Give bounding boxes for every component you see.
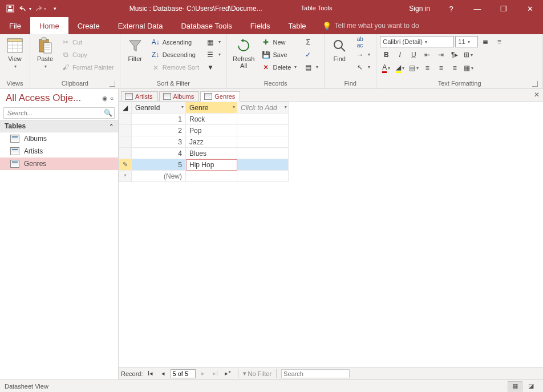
paste-button[interactable]: Paste▾ <box>34 36 56 71</box>
font-color-button[interactable]: A▾ <box>380 62 392 74</box>
nav-collapse-icon[interactable]: « <box>110 95 114 102</box>
column-dropdown-icon[interactable]: ▾ <box>181 104 184 110</box>
cell-genreid[interactable]: 2 <box>132 125 186 136</box>
search-icon[interactable]: 🔍 <box>104 109 112 117</box>
cell-empty[interactable] <box>237 114 289 125</box>
toggle-filter-button[interactable]: ▼ <box>204 61 223 73</box>
cell-empty[interactable] <box>237 148 289 159</box>
spelling-button[interactable]: ✓ <box>301 49 321 60</box>
cell-empty[interactable] <box>237 136 289 148</box>
bullets-icon[interactable]: ≣ <box>479 36 492 47</box>
datasheet[interactable]: ◢GenreId▾Genre▾Click to Add▾1Rock2Pop3Ja… <box>119 102 543 367</box>
refresh-all-button[interactable]: Refresh All <box>230 36 257 70</box>
table-row[interactable]: 2Pop <box>119 125 289 136</box>
nav-search[interactable]: 🔍 <box>3 107 115 119</box>
descending-button[interactable]: Z↓Descending <box>149 49 201 60</box>
delete-record-button[interactable]: ✕Delete▾ <box>259 61 299 73</box>
datasheet-view-switch-icon[interactable]: ▦ <box>508 381 522 391</box>
cut-button[interactable]: ✂Cut <box>59 36 116 48</box>
select-all-cell[interactable]: ◢ <box>119 102 132 114</box>
design-view-switch-icon[interactable]: ◪ <box>524 381 538 391</box>
prev-record-icon[interactable]: ◂ <box>158 369 168 378</box>
nav-item-genres[interactable]: Genres <box>0 157 118 170</box>
cell-genreid[interactable]: 4 <box>132 148 186 159</box>
font-name-select[interactable]: Calibri (Detail)▾ <box>380 36 454 47</box>
underline-button[interactable]: U <box>407 49 420 60</box>
totals-button[interactable]: Σ <box>301 36 321 48</box>
undo-icon[interactable]: ▾ <box>18 2 32 15</box>
table-row[interactable]: ✎5Hip Hop <box>119 159 289 171</box>
select-button[interactable]: ↖▾ <box>353 61 372 73</box>
cell-empty[interactable] <box>237 125 289 136</box>
cell-genre[interactable]: Jazz <box>186 136 237 148</box>
selection-filter-button[interactable]: ▦▾ <box>204 36 223 48</box>
click-to-add-column[interactable]: Click to Add▾ <box>237 102 289 114</box>
tab-home[interactable]: Home <box>30 17 68 34</box>
view-button[interactable]: View▾ <box>3 36 26 71</box>
new-record-nav-icon[interactable]: ▸* <box>223 369 233 378</box>
ltr-icon[interactable]: ¶▸ <box>448 49 461 60</box>
nav-title[interactable]: All Access Obje... <box>6 92 81 104</box>
tab-fields[interactable]: Fields <box>241 17 279 34</box>
row-selector[interactable]: ✎ <box>119 159 132 171</box>
row-selector[interactable]: * <box>119 171 132 182</box>
cell-genreid[interactable]: 5 <box>132 159 186 171</box>
align-right-icon[interactable]: ≡ <box>448 62 461 74</box>
ascending-button[interactable]: A↓Ascending <box>149 36 201 48</box>
record-search-input[interactable] <box>281 369 350 378</box>
close-icon[interactable]: ✕ <box>517 0 543 17</box>
table-row[interactable]: 3Jazz <box>119 136 289 148</box>
save-record-button[interactable]: 💾Save <box>259 49 299 60</box>
nav-item-albums[interactable]: Albums <box>0 132 118 145</box>
record-position-input[interactable] <box>171 369 196 378</box>
gridlines-icon[interactable]: ⊞▾ <box>462 49 475 60</box>
format-painter-button[interactable]: 🖌Format Painter <box>59 61 116 73</box>
column-header-genreid[interactable]: GenreId▾ <box>132 102 186 114</box>
cell-genreid[interactable]: (New) <box>132 171 186 182</box>
cell-genreid[interactable]: 1 <box>132 114 186 125</box>
cell-genre[interactable] <box>186 171 237 182</box>
filter-button[interactable]: Filter <box>124 36 147 63</box>
goto-button[interactable]: →▾ <box>353 49 372 60</box>
doc-tab-albums[interactable]: Albums <box>159 91 200 101</box>
minimize-icon[interactable]: — <box>464 0 491 17</box>
first-record-icon[interactable]: I◂ <box>145 369 156 378</box>
table-row[interactable]: 1Rock <box>119 114 289 125</box>
doc-tab-genres[interactable]: Genres <box>200 91 240 102</box>
row-selector[interactable] <box>119 114 132 125</box>
numbering-icon[interactable]: ≡ <box>493 36 505 47</box>
restore-icon[interactable]: ❐ <box>491 0 517 17</box>
align-left-icon[interactable]: ≡ <box>421 62 433 74</box>
copy-button[interactable]: ⧉Copy <box>59 49 116 60</box>
redo-icon[interactable]: ▾ <box>33 2 47 15</box>
align-center-icon[interactable]: ≡ <box>435 62 447 74</box>
new-row[interactable]: *(New) <box>119 171 289 182</box>
tab-file[interactable]: File <box>0 17 30 34</box>
column-header-genre[interactable]: Genre▾ <box>186 102 237 114</box>
font-size-select[interactable]: 11▾ <box>455 36 478 47</box>
tab-external-data[interactable]: External Data <box>109 17 172 34</box>
column-dropdown-icon[interactable]: ▾ <box>233 104 235 110</box>
nav-dropdown-icon[interactable]: ◉ <box>102 95 108 102</box>
row-selector[interactable] <box>119 136 132 148</box>
fill-color-button[interactable]: ◢▾ <box>394 62 406 74</box>
dialog-launcher-icon[interactable] <box>532 81 538 87</box>
italic-button[interactable]: I <box>394 49 406 60</box>
cell-genre[interactable]: Hip Hop <box>186 159 237 171</box>
close-tab-icon[interactable]: ✕ <box>534 91 540 99</box>
cell-empty[interactable] <box>237 159 289 171</box>
cell-genre[interactable]: Pop <box>186 125 237 136</box>
filter-indicator[interactable]: ▾No Filter <box>243 370 272 377</box>
help-icon[interactable]: ? <box>438 0 464 17</box>
tab-database-tools[interactable]: Database Tools <box>172 17 241 34</box>
last-record-icon[interactable]: ▸I <box>210 369 221 378</box>
remove-sort-button[interactable]: ⨯Remove Sort <box>149 61 201 73</box>
collapse-group-icon[interactable]: ⌃ <box>109 123 114 130</box>
row-selector[interactable] <box>119 148 132 159</box>
find-button[interactable]: Find <box>328 36 351 63</box>
cell-genre[interactable]: Rock <box>186 114 237 125</box>
doc-tab-artists[interactable]: Artists <box>121 91 158 101</box>
row-selector[interactable] <box>119 125 132 136</box>
tell-me-input[interactable]: 💡Tell me what you want to do <box>315 17 426 34</box>
tab-table[interactable]: Table <box>279 17 315 34</box>
